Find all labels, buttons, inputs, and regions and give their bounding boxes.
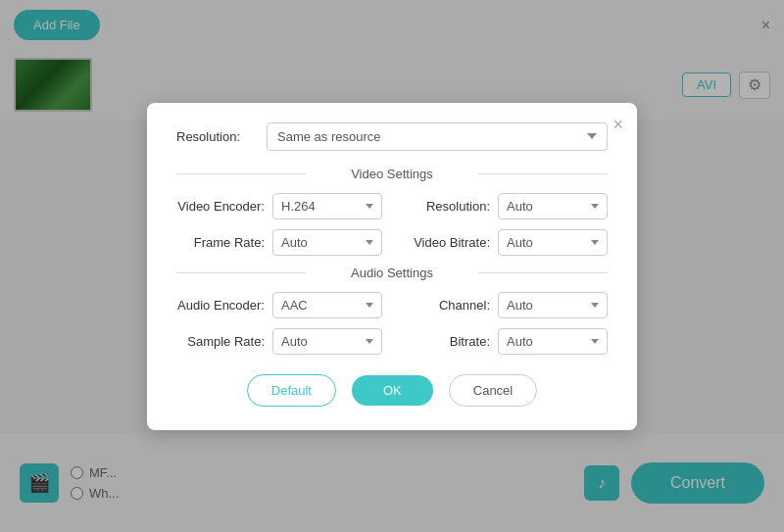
video-settings-grid: Video Encoder: H.264 Resolution: Auto Fr… — [176, 193, 608, 256]
sample-rate-label: Sample Rate: — [176, 334, 265, 349]
ok-button[interactable]: OK — [352, 375, 433, 406]
audio-settings-grid: Audio Encoder: AAC Channel: Auto Sample … — [176, 292, 608, 355]
audio-encoder-select[interactable]: AAC — [272, 292, 382, 318]
audio-settings-header: Audio Settings — [176, 266, 608, 280]
channel-row: Channel: Auto — [402, 292, 608, 318]
modal-overlay: × Resolution: Same as resource Video Set… — [0, 0, 784, 532]
video-encoder-row: Video Encoder: H.264 — [176, 193, 382, 219]
audio-encoder-label: Audio Encoder: — [176, 298, 265, 313]
channel-select[interactable]: Auto — [498, 292, 608, 318]
settings-modal: × Resolution: Same as resource Video Set… — [147, 103, 637, 430]
cancel-button[interactable]: Cancel — [449, 374, 537, 407]
sample-rate-select[interactable]: Auto — [272, 328, 382, 355]
frame-rate-select[interactable]: Auto — [272, 229, 382, 256]
top-resolution-row: Resolution: Same as resource — [176, 122, 608, 151]
sample-rate-row: Sample Rate: Auto — [176, 328, 382, 355]
frame-rate-label: Frame Rate: — [176, 235, 265, 250]
modal-buttons: Default OK Cancel — [176, 374, 608, 407]
resolution-label: Resolution: — [402, 199, 490, 214]
bitrate-label: Bitrate: — [402, 334, 490, 349]
resolution-select[interactable]: Auto — [498, 193, 608, 219]
video-bitrate-row: Video Bitrate: Auto — [402, 229, 608, 256]
audio-encoder-row: Audio Encoder: AAC — [176, 292, 382, 318]
modal-close-button[interactable]: × — [612, 115, 623, 135]
video-bitrate-label: Video Bitrate: — [402, 235, 490, 250]
channel-label: Channel: — [402, 298, 490, 313]
app-background: Add File × AVI ⚙ 🎬 MF... Wh... — [0, 0, 784, 532]
video-bitrate-select[interactable]: Auto — [498, 229, 608, 256]
top-resolution-label: Resolution: — [176, 129, 255, 144]
bitrate-row: Bitrate: Auto — [402, 328, 608, 355]
default-button[interactable]: Default — [247, 374, 336, 407]
video-encoder-select[interactable]: H.264 — [272, 193, 382, 219]
frame-rate-row: Frame Rate: Auto — [176, 229, 382, 256]
bitrate-select[interactable]: Auto — [498, 328, 608, 355]
video-settings-header: Video Settings — [176, 167, 608, 181]
video-encoder-label: Video Encoder: — [176, 199, 265, 214]
top-resolution-select[interactable]: Same as resource — [267, 122, 608, 151]
resolution-row: Resolution: Auto — [402, 193, 608, 219]
